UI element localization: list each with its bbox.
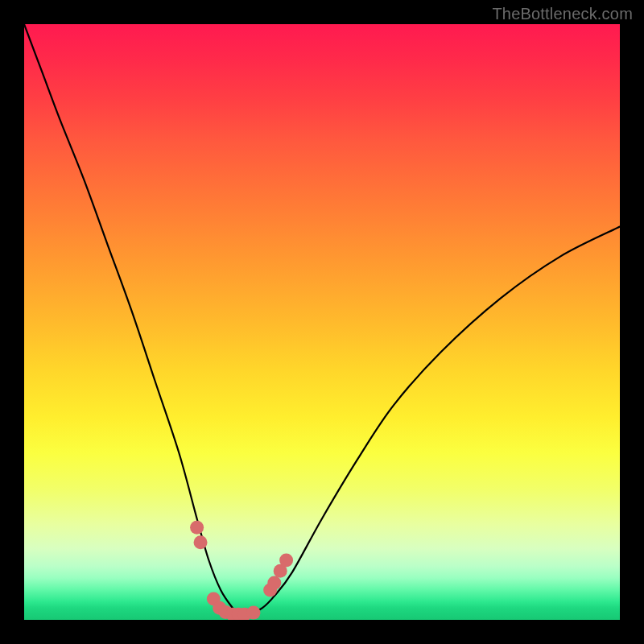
highlight-dot xyxy=(194,535,208,549)
highlight-dots xyxy=(190,521,293,620)
watermark-text: TheBottleneck.com xyxy=(492,5,633,23)
highlight-dot xyxy=(279,554,293,568)
bottleneck-curve xyxy=(24,24,620,614)
highlight-dot xyxy=(267,576,281,590)
chart-frame: TheBottleneck.com xyxy=(0,0,644,644)
curve-layer xyxy=(24,24,620,620)
highlight-dot xyxy=(190,521,204,535)
highlight-dot xyxy=(246,606,260,620)
plot-area xyxy=(24,24,620,620)
